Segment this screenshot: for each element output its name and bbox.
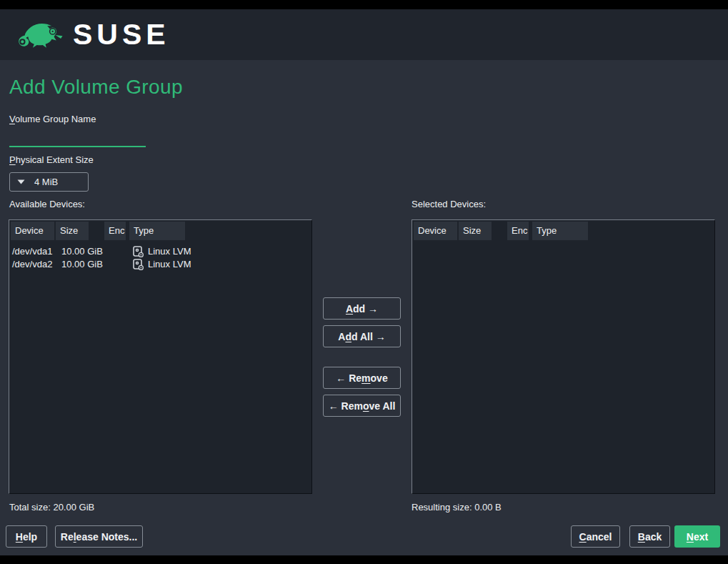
lvm-partition-icon <box>133 259 144 270</box>
dropdown-caret-icon <box>17 179 25 184</box>
page-title: Add Volume Group <box>9 76 183 99</box>
device-row[interactable]: /dev/vda210.00 GiB Linux LVM <box>9 258 311 271</box>
suse-chameleon-logo-icon <box>13 18 67 52</box>
available-devices-rows: /dev/vda110.00 GiB Linux LVM/dev/vda210.… <box>9 245 311 271</box>
selected-devices-table-header: DeviceSizeEncType <box>412 220 714 242</box>
release-notes-button[interactable]: Release Notes... <box>55 525 143 548</box>
back-button[interactable]: Back <box>629 525 670 548</box>
device-row[interactable]: /dev/vda110.00 GiB Linux LVM <box>9 245 311 258</box>
brand-wordmark: SUSE <box>73 20 170 49</box>
size-cell: 10.00 GiB <box>61 258 103 271</box>
help-button[interactable]: Help <box>6 525 47 548</box>
size-cell: 10.00 GiB <box>61 245 103 258</box>
available-devices-label: Available Devices: <box>9 199 85 209</box>
device-cell: /dev/vda2 <box>12 258 52 271</box>
app-header: SUSE <box>0 9 728 60</box>
column-header-device[interactable]: Device <box>414 222 457 240</box>
total-size-text: Total size: 20.00 GiB <box>9 502 94 513</box>
available-devices-table[interactable]: DeviceSizeEncType /dev/vda110.00 GiB Lin… <box>9 219 312 494</box>
column-header-size[interactable]: Size <box>459 222 492 240</box>
add-all-button[interactable]: Add All → <box>323 325 401 347</box>
volume-group-name-label: Volume Group Name <box>9 114 96 124</box>
physical-extent-size-label: Physical Extent Size <box>9 154 94 165</box>
selected-devices-table[interactable]: DeviceSizeEncType <box>412 219 715 494</box>
column-header-size[interactable]: Size <box>56 222 89 240</box>
next-button[interactable]: Next <box>674 525 720 548</box>
device-cell: /dev/vda1 <box>12 245 52 258</box>
column-header-enc[interactable]: Enc <box>104 222 126 240</box>
column-header-device[interactable]: Device <box>11 222 54 240</box>
column-header-type[interactable]: Type <box>532 222 588 240</box>
column-header-enc[interactable]: Enc <box>507 222 529 240</box>
column-header-type[interactable]: Type <box>129 222 185 240</box>
lvm-partition-icon <box>133 246 144 257</box>
resulting-size-text: Resulting size: 0.00 B <box>412 502 502 513</box>
top-black-bar <box>0 0 728 9</box>
available-devices-table-header: DeviceSizeEncType <box>9 220 311 242</box>
remove-button[interactable]: ← Remove <box>323 367 401 389</box>
physical-extent-size-value: 4 MiB <box>34 177 58 187</box>
type-cell: Linux LVM <box>133 258 191 271</box>
add-button[interactable]: Add → <box>323 297 401 320</box>
remove-all-button[interactable]: ← Remove All <box>323 395 401 417</box>
selected-devices-label: Selected Devices: <box>412 199 486 209</box>
physical-extent-size-select[interactable]: 4 MiB <box>9 172 89 192</box>
bottom-black-bar <box>0 555 728 564</box>
type-cell: Linux LVM <box>133 245 191 258</box>
volume-group-name-input[interactable] <box>9 130 146 147</box>
cancel-button[interactable]: Cancel <box>571 525 620 548</box>
